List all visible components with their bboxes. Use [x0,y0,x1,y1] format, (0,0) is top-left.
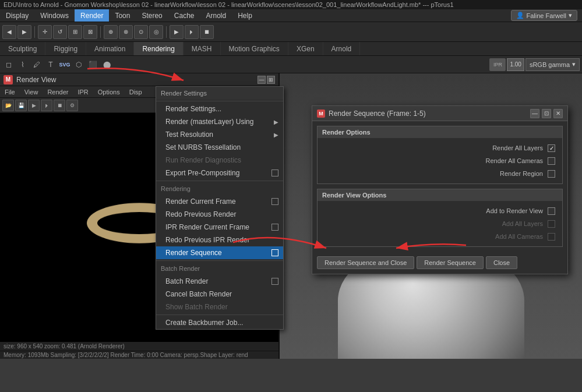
render-all-layers-row: Render All Layers [322,142,558,154]
dd-render-current-checkbox[interactable] [271,198,278,205]
render-options-body: Render All Layers Render All Cameras Ren… [318,138,562,183]
dd-cancel-batch[interactable]: Cancel Batch Render [156,288,283,301]
menu-stereo[interactable]: Stereo [136,9,168,22]
dd-diagnostics-label: Run Render Diagnostics [165,156,241,164]
add-to-render-view-checkbox[interactable] [548,207,555,215]
menu-toon[interactable]: Toon [109,9,136,22]
rv-menu-disp[interactable]: Disp [125,86,147,97]
dd-redo-render[interactable]: Redo Previous Render [156,208,283,221]
icon-sphere[interactable]: ⬤ [100,58,113,71]
dialog-title: Render Sequence (Frame: 1-5) [329,110,530,118]
toolbar-fwd-btn[interactable]: ▶ [17,25,31,39]
dd-nurbs-label: Set NURBS Tessellation [165,143,241,151]
rv-menu-render[interactable]: Render [43,86,73,97]
rv-stop-btn[interactable]: ⏹ [54,100,65,111]
tab-xgen[interactable]: XGen [288,42,323,55]
tab-rigging[interactable]: Rigging [45,42,86,55]
dd-render-settings[interactable]: Render Settings... [156,103,283,115]
dd-render-current[interactable]: Render Current Frame [156,195,283,208]
add-all-layers-checkbox[interactable] [548,220,555,228]
dd-batch-render[interactable]: Batch Render [156,275,283,288]
menu-help[interactable]: Help [232,9,258,22]
menu-render[interactable]: Render [75,9,109,22]
rv-menu-view[interactable]: View [20,86,43,97]
color-space-dropdown[interactable]: sRGB gamma ▾ [525,58,580,71]
toolbar-move-btn[interactable]: ✛ [38,25,52,39]
render-all-cameras-checkbox[interactable] [548,157,555,165]
dd-render-seq-checkbox[interactable] [271,249,278,256]
user-badge[interactable]: 👤 Faline Farwell ▾ [511,10,577,21]
toolbar-scale-btn[interactable]: ⊞ [68,25,82,39]
dialog-titlebar: M Render Sequence (Frame: 1-5) — ⊡ ✕ [312,106,567,121]
dd-sep-3 [156,315,283,315]
toolbar-ipr-btn[interactable]: ⏵ [185,25,199,39]
render-seq-btn[interactable]: Render Sequence [417,256,484,269]
rv-open-btn[interactable]: 📂 [2,100,14,111]
render-view-options-header: Render View Options [318,189,562,201]
dialog-minimize-btn[interactable]: — [530,109,539,118]
dd-ipr-current-checkbox[interactable] [271,224,278,231]
icon-ipr[interactable]: IPR [489,58,506,71]
tab-animation[interactable]: Animation [86,42,134,55]
tab-sculpting[interactable]: Sculpting [0,42,45,55]
toolbar-snap4-btn[interactable]: ◎ [149,25,163,39]
icon-lasso[interactable]: ⌇ [16,58,29,71]
gamma-input[interactable]: 1.00 [507,58,524,71]
dd-precomp[interactable]: Export Pre-Compositing [156,167,283,179]
dd-render-sequence[interactable]: Render Sequence [156,246,283,259]
icon-text[interactable]: T [44,58,57,71]
render-view-title: Render View [16,76,56,84]
toolbar-snap1-btn[interactable]: ⊕ [104,25,118,39]
close-btn[interactable]: Close [486,256,517,269]
dialog-controls: — ⊡ ✕ [530,109,563,118]
rv-settings-btn[interactable]: ⚙ [66,100,78,111]
icon-cube[interactable]: ⬛ [86,58,99,71]
dd-redo-render-label: Redo Previous Render [165,210,236,218]
tab-rendering[interactable]: Rendering [134,42,183,55]
dialog-close-btn[interactable]: ✕ [553,109,563,118]
rv-menu-options[interactable]: Options [93,86,125,97]
dd-test-resolution[interactable]: Test Resolution ▶ [156,128,283,141]
render-all-layers-checkbox[interactable] [548,144,555,152]
rv-save-btn[interactable]: 💾 [15,100,27,111]
dd-precomp-label: Export Pre-Compositing [165,169,239,177]
toolbar-transform-btn[interactable]: ⊠ [83,25,97,39]
dd-redo-ipr-label: Redo Previous IPR Render [165,236,250,244]
menu-arnold[interactable]: Arnold [200,9,232,22]
render-all-layers-label: Render All Layers [324,144,548,151]
dd-nurbs[interactable]: Set NURBS Tessellation [156,141,283,154]
render-region-checkbox[interactable] [548,170,555,178]
toolbar-snap3-btn[interactable]: ⊙ [134,25,148,39]
dd-batch-checkbox[interactable] [271,278,278,285]
dialog-restore-btn[interactable]: ⊡ [542,109,551,118]
rv-menu-ipr[interactable]: IPR [73,86,93,97]
dd-redo-ipr[interactable]: Redo Previous IPR Render [156,234,283,246]
dd-show-batch-label: Show Batch Render [165,303,228,311]
dd-ipr-current[interactable]: IPR Render Current Frame [156,221,283,234]
icon-shape[interactable]: ⬡ [72,58,85,71]
toolbar-render-btn[interactable]: ▶ [170,25,184,39]
rv-ipr-btn[interactable]: ⏵ [41,100,52,111]
toolbar-rotate-btn[interactable]: ↺ [53,25,67,39]
icon-svg[interactable]: SVG [58,58,71,71]
rv-max-btn[interactable]: ⊞ [267,76,275,84]
menu-cache[interactable]: Cache [168,9,200,22]
toolbar-stop-btn[interactable]: ⏹ [200,25,214,39]
menu-windows[interactable]: Windows [34,9,75,22]
toolbar-snap2-btn[interactable]: ⊗ [119,25,133,39]
add-all-cameras-checkbox[interactable] [548,233,555,241]
rv-render-btn[interactable]: ▶ [28,100,40,111]
dd-precomp-checkbox[interactable] [271,169,278,176]
rv-minimize-btn[interactable]: — [258,76,266,84]
icon-select[interactable]: ◻ [2,58,15,71]
menu-display[interactable]: Display [0,9,34,22]
toolbar-back-btn[interactable]: ◀ [2,25,16,39]
dd-backburner[interactable]: Create Backburner Job... [156,316,283,329]
icon-paint[interactable]: 🖊 [30,58,43,71]
render-seq-close-btn[interactable]: Render Sequence and Close [317,256,414,269]
tab-motion-graphics[interactable]: Motion Graphics [221,42,288,55]
tab-arnold[interactable]: Arnold [323,42,361,55]
rv-menu-file[interactable]: File [0,86,20,97]
tab-mash[interactable]: MASH [184,42,221,55]
dd-render-master[interactable]: Render (masterLayer) Using ▶ [156,115,283,128]
